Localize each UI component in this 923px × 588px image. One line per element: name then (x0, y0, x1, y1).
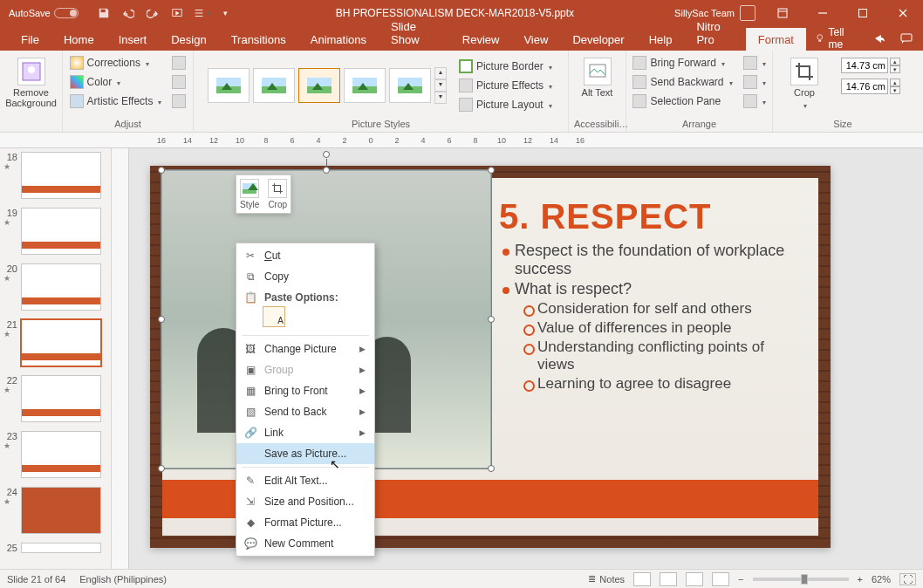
close-button[interactable] (883, 0, 923, 26)
thumb-20[interactable] (21, 263, 101, 311)
tab-review[interactable]: Review (450, 28, 512, 51)
ctx-save-as-picture[interactable]: Save as Picture... (236, 443, 374, 464)
height-input[interactable]: ▴▾ (827, 58, 900, 73)
rotate-button[interactable] (740, 92, 769, 110)
picture-style-3[interactable] (298, 68, 340, 103)
tab-slideshow[interactable]: Slide Show (379, 15, 450, 51)
slide[interactable]: 5. RESPECT Respect is the foundation of … (150, 166, 831, 548)
paste-option-keep-source[interactable]: A (263, 306, 285, 327)
zoom-level[interactable]: 62% (872, 574, 891, 585)
tab-home[interactable]: Home (51, 28, 106, 51)
autosave-switch[interactable] (54, 8, 79, 18)
mini-crop-button[interactable]: Crop (268, 179, 287, 209)
compress-pictures-button[interactable] (168, 54, 189, 72)
slide-text[interactable]: 5. RESPECT Respect is the foundation of … (499, 197, 804, 394)
tab-nitropro[interactable]: Nitro Pro (684, 15, 745, 51)
tab-file[interactable]: File (9, 28, 51, 51)
view-slideshow-button[interactable] (712, 572, 729, 586)
thumb-25[interactable] (21, 543, 101, 553)
start-from-beginning-icon[interactable] (168, 3, 187, 23)
width-field[interactable] (841, 79, 888, 94)
picture-style-4[interactable] (344, 68, 386, 103)
height-up[interactable]: ▴ (890, 58, 900, 65)
tab-view[interactable]: View (511, 28, 560, 51)
picture-style-1[interactable] (208, 68, 250, 103)
thumb-22[interactable] (21, 375, 101, 422)
width-up[interactable]: ▴ (890, 79, 900, 86)
thumb-19[interactable] (21, 208, 101, 255)
view-reading-button[interactable] (686, 572, 703, 586)
crop-button[interactable]: Crop (785, 54, 824, 110)
slide-thumbnails[interactable]: 18★ 19★ 20★ 21★ 22★ 23★ 24★ 25 (0, 148, 112, 569)
mini-style-button[interactable]: Style (240, 179, 259, 209)
ctx-new-comment[interactable]: 💬New Comment (236, 533, 374, 554)
redo-icon[interactable] (143, 3, 162, 23)
zoom-slider[interactable] (753, 578, 849, 581)
ctx-edit-alt-text[interactable]: ✎Edit Alt Text... (236, 470, 374, 491)
picture-style-5[interactable] (389, 68, 431, 103)
width-down[interactable]: ▾ (890, 86, 900, 94)
styles-scroll-up[interactable]: ▴ (434, 67, 447, 79)
artistic-effects-button[interactable]: Artistic Effects (66, 92, 166, 110)
width-input[interactable]: ▴▾ (827, 79, 900, 94)
notes-button[interactable]: ≣ Notes (588, 573, 625, 585)
tab-transitions[interactable]: Transitions (219, 28, 298, 51)
view-normal-button[interactable] (633, 572, 651, 586)
qat-more-icon[interactable] (192, 3, 211, 23)
align-button[interactable] (740, 54, 769, 72)
share-button[interactable] (868, 27, 892, 50)
ctx-format-picture[interactable]: ◆Format Picture... (236, 512, 374, 533)
ctx-copy[interactable]: ⧉Copy (236, 266, 374, 287)
ctx-send-to-back[interactable]: ▧Send to Back▶ (236, 401, 374, 422)
thumb-23[interactable] (21, 431, 101, 478)
autosave-toggle[interactable]: AutoSave (0, 8, 87, 18)
group-objects-button[interactable] (740, 73, 769, 91)
qat-customize-icon[interactable]: ▾ (216, 3, 236, 23)
ctx-cut[interactable]: ✂Cut (236, 245, 374, 266)
save-icon[interactable] (94, 3, 113, 23)
tab-help[interactable]: Help (637, 28, 685, 51)
tab-insert[interactable]: Insert (106, 28, 160, 51)
height-field[interactable] (841, 58, 888, 73)
thumb-24[interactable] (21, 487, 101, 534)
reset-picture-button[interactable] (168, 92, 189, 110)
change-picture-button[interactable] (168, 73, 189, 91)
styles-scroll-down[interactable]: ▾ (434, 79, 447, 92)
slide-canvas[interactable]: 5. RESPECT Respect is the foundation of … (112, 148, 923, 569)
bring-forward-button[interactable]: Bring Forward (629, 54, 735, 72)
color-button[interactable]: Color (66, 73, 166, 91)
tab-design[interactable]: Design (159, 28, 218, 51)
tell-me-search[interactable]: Tell me (806, 26, 865, 51)
rotate-handle[interactable] (323, 151, 330, 158)
thumb-18[interactable] (21, 152, 101, 199)
picture-effects-button[interactable]: Picture Effects (455, 77, 556, 94)
zoom-in-button[interactable]: + (858, 574, 863, 585)
styles-more-button[interactable]: ▾ (434, 92, 447, 104)
tab-animations[interactable]: Animations (298, 28, 379, 51)
ctx-size-and-position[interactable]: ⇲Size and Position... (236, 491, 374, 512)
status-language[interactable]: English (Philippines) (79, 574, 167, 585)
send-backward-button[interactable]: Send Backward (629, 73, 735, 91)
remove-background-button[interactable]: Remove Background (6, 54, 57, 108)
corrections-button[interactable]: Corrections (66, 54, 166, 72)
tab-developer[interactable]: Developer (560, 28, 636, 51)
ribbon-display-options-icon[interactable] (762, 0, 803, 26)
picture-layout-button[interactable]: Picture Layout (455, 96, 556, 113)
status-slide[interactable]: Slide 21 of 64 (7, 574, 65, 585)
fit-to-window-button[interactable]: ⛶ (899, 573, 916, 585)
ctx-change-picture[interactable]: 🖼Change Picture▶ (236, 338, 374, 359)
zoom-out-button[interactable]: − (738, 574, 743, 585)
height-down[interactable]: ▾ (890, 65, 900, 73)
maximize-button[interactable] (843, 0, 883, 26)
alt-text-button[interactable]: Alt Text (572, 54, 623, 98)
zoom-slider-thumb[interactable] (801, 574, 808, 585)
picture-style-2[interactable] (253, 68, 295, 103)
thumb-21[interactable] (21, 319, 101, 366)
undo-icon[interactable] (119, 3, 138, 23)
ctx-link[interactable]: 🔗Link▶ (236, 422, 374, 443)
minimize-button[interactable] (803, 0, 843, 26)
selection-pane-button[interactable]: Selection Pane (629, 92, 735, 110)
picture-border-button[interactable]: Picture Border (455, 58, 556, 75)
tab-format[interactable]: Format (746, 28, 806, 51)
comments-button[interactable] (894, 27, 918, 50)
